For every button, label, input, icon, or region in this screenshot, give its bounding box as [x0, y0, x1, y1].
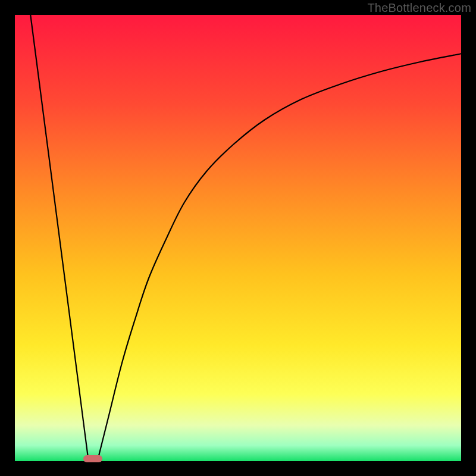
curve-left-branch: [30, 15, 89, 461]
plot-area: [15, 15, 461, 461]
curve-layer: [15, 15, 461, 461]
curve-right-branch: [98, 54, 461, 461]
bottleneck-marker: [83, 455, 102, 462]
chart-frame: TheBottleneck.com: [0, 0, 476, 476]
watermark-text: TheBottleneck.com: [367, 1, 471, 15]
